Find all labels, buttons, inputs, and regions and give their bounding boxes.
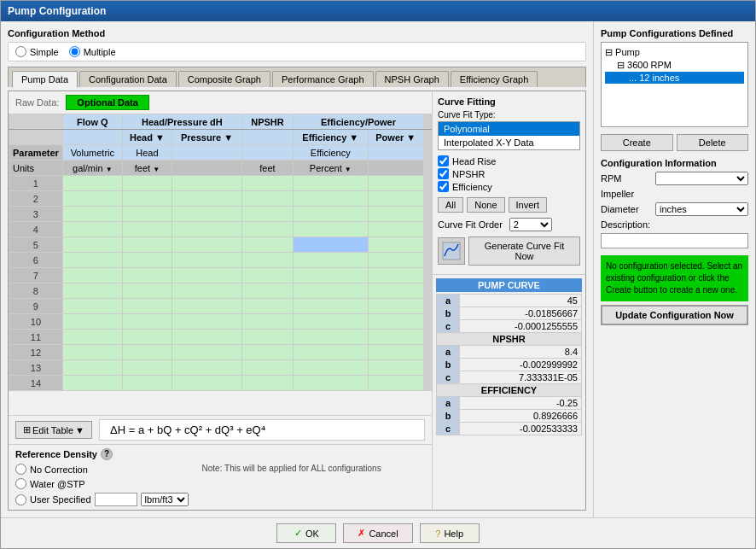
table-row: 4 bbox=[9, 222, 432, 237]
generate-btn-area: Generate Curve Fit Now bbox=[438, 237, 580, 266]
user-specified-radio-input[interactable] bbox=[15, 494, 26, 505]
rpm-select[interactable] bbox=[655, 172, 748, 185]
user-specified-value-input[interactable] bbox=[95, 493, 137, 506]
delete-button[interactable]: Delete bbox=[677, 134, 749, 151]
subh-flow bbox=[62, 130, 122, 145]
pump-curve-section: PUMP CURVE a 45 b -0.01856667 bbox=[433, 274, 585, 510]
checkbox-efficiency[interactable]: Efficiency bbox=[438, 181, 580, 192]
unit-eff: Percent ▼ bbox=[293, 161, 368, 176]
checkbox-efficiency-input[interactable] bbox=[438, 181, 449, 192]
curve-fit-type-label: Curve Fit Type: bbox=[438, 110, 580, 120]
description-input[interactable] bbox=[601, 233, 748, 248]
table-row: b 0.8926666 bbox=[437, 410, 582, 423]
curve-fit-order-select[interactable]: 2 3 4 bbox=[509, 218, 552, 231]
dialog-title: Pump Configuration bbox=[8, 5, 106, 17]
multiple-radio-input[interactable] bbox=[69, 46, 80, 57]
tab-npsh-graph[interactable]: NPSH Graph bbox=[375, 71, 449, 87]
ok-label: OK bbox=[305, 529, 319, 539]
data-table-area: Flow Q Head/Pressure dH NPSHR Efficiency… bbox=[9, 114, 432, 415]
param-npshr bbox=[241, 145, 293, 161]
no-correction-radio-input[interactable] bbox=[15, 464, 26, 475]
simple-radio[interactable]: Simple bbox=[15, 46, 59, 57]
data-table: Flow Q Head/Pressure dH NPSHR Efficiency… bbox=[9, 114, 432, 391]
tree-item-rpm[interactable]: ⊟ 3600 RPM bbox=[605, 59, 744, 72]
config-method-radio-group: Simple Multiple bbox=[8, 42, 586, 61]
unit-power bbox=[368, 161, 423, 176]
curve-b-value: -0.01856667 bbox=[460, 307, 582, 320]
curve-fitting-section: Curve Fitting Curve Fit Type: Polynomial… bbox=[433, 91, 585, 274]
table-row: 13 bbox=[9, 360, 432, 376]
update-configuration-button[interactable]: Update Configuration Now bbox=[601, 305, 748, 325]
multiple-radio[interactable]: Multiple bbox=[69, 46, 116, 57]
tree-item-pump[interactable]: ⊟ Pump bbox=[605, 46, 744, 59]
create-delete-row: Create Delete bbox=[601, 134, 748, 151]
param-pressure bbox=[172, 145, 242, 161]
subh-npshr bbox=[241, 130, 293, 145]
right-side: Curve Fitting Curve Fit Type: Polynomial… bbox=[432, 91, 585, 510]
tab-configuration-data[interactable]: Configuration Data bbox=[79, 71, 177, 87]
table-row: 3 bbox=[9, 207, 432, 222]
col-header-npshr: NPSHR bbox=[241, 114, 293, 130]
cancel-button[interactable]: ✗ Cancel bbox=[343, 523, 412, 543]
curve-fit-order-label: Curve Fit Order bbox=[438, 219, 503, 230]
generate-curve-button[interactable]: Generate Curve Fit Now bbox=[468, 237, 580, 266]
checkbox-npshr-input[interactable] bbox=[438, 168, 449, 179]
table-scroll[interactable]: Flow Q Head/Pressure dH NPSHR Efficiency… bbox=[9, 114, 432, 415]
config-info-section: Configuration Information RPM Impeller D… bbox=[601, 158, 748, 255]
tree-item-12-inches[interactable]: ... 12 inches bbox=[605, 72, 744, 84]
curve-c-value: -0.0001255555 bbox=[460, 320, 582, 333]
unit-spacer bbox=[424, 161, 432, 176]
water-stp-radio-input[interactable] bbox=[15, 478, 26, 489]
invert-button[interactable]: Invert bbox=[509, 197, 548, 213]
no-correction-radio[interactable]: No Correction bbox=[15, 464, 189, 475]
create-button[interactable]: Create bbox=[601, 134, 673, 151]
edit-table-button[interactable]: ⊞ Edit Table ▼ bbox=[15, 421, 92, 439]
density-help-icon[interactable]: ? bbox=[101, 448, 113, 460]
subh-efficiency: Efficiency ▼ bbox=[293, 130, 368, 145]
impeller-label: Impeller bbox=[601, 189, 652, 199]
help-icon: ? bbox=[435, 529, 440, 539]
help-button[interactable]: ? Help bbox=[420, 523, 480, 543]
raw-data-label: Raw Data: bbox=[15, 97, 59, 108]
all-button[interactable]: All bbox=[438, 197, 463, 213]
npshr-a-label: a bbox=[437, 346, 460, 359]
subh-power: Power ▼ bbox=[368, 130, 423, 145]
config-info-title: Configuration Information bbox=[601, 158, 748, 168]
curve-fit-polynomial[interactable]: Polynomial bbox=[439, 122, 579, 136]
tab-composite-graph[interactable]: Composite Graph bbox=[178, 71, 270, 87]
checkbox-npshr[interactable]: NPSHR bbox=[438, 168, 580, 179]
config-tree: ⊟ Pump ⊟ 3600 RPM ... 12 inches bbox=[601, 42, 748, 127]
density-unit-select[interactable]: lbm/ft3 bbox=[141, 493, 189, 506]
checkbox-head-rise-input[interactable] bbox=[438, 155, 449, 166]
table-row: c -0.0001255555 bbox=[437, 320, 582, 333]
npshr-c-label: c bbox=[437, 371, 460, 384]
table-row: a 8.4 bbox=[437, 346, 582, 359]
optional-data-button[interactable]: Optional Data bbox=[66, 95, 149, 110]
tab-performance-graph[interactable]: Performance Graph bbox=[272, 71, 374, 87]
simple-label: Simple bbox=[30, 47, 59, 57]
rpm-row: RPM bbox=[601, 172, 748, 185]
curve-fit-interpolated[interactable]: Interpolated X-Y Data bbox=[439, 136, 579, 149]
diameter-select[interactable]: inches bbox=[655, 202, 748, 216]
water-stp-label: Water @STP bbox=[30, 479, 85, 489]
checkbox-head-rise[interactable]: Head Rise bbox=[438, 155, 580, 166]
tab-efficiency-graph[interactable]: Efficiency Graph bbox=[451, 71, 538, 87]
table-row: 11 bbox=[9, 330, 432, 345]
multiple-label: Multiple bbox=[84, 47, 116, 57]
subh-spacer bbox=[424, 130, 432, 145]
unit-npshr: feet bbox=[241, 161, 293, 176]
bottom-bar: ⊞ Edit Table ▼ ΔH = a + bQ + cQ² + dQ³ +… bbox=[9, 415, 432, 444]
eff-c-value: -0.002533333 bbox=[460, 423, 582, 435]
col-header-flow: Flow Q bbox=[62, 114, 122, 130]
ok-button[interactable]: ✓ OK bbox=[276, 523, 336, 543]
tab-pump-data[interactable]: Pump Data bbox=[12, 71, 78, 88]
unit-flow: gal/min ▼ bbox=[62, 161, 122, 176]
eff-c-label: c bbox=[437, 423, 460, 435]
none-button[interactable]: None bbox=[467, 197, 504, 213]
water-stp-radio[interactable]: Water @STP bbox=[15, 478, 189, 489]
simple-radio-input[interactable] bbox=[15, 46, 26, 57]
table-row: 8 bbox=[9, 283, 432, 299]
curve-fit-order-row: Curve Fit Order 2 3 4 bbox=[438, 218, 580, 231]
cancel-label: Cancel bbox=[369, 529, 398, 539]
table-row: c -0.002533333 bbox=[437, 423, 582, 435]
